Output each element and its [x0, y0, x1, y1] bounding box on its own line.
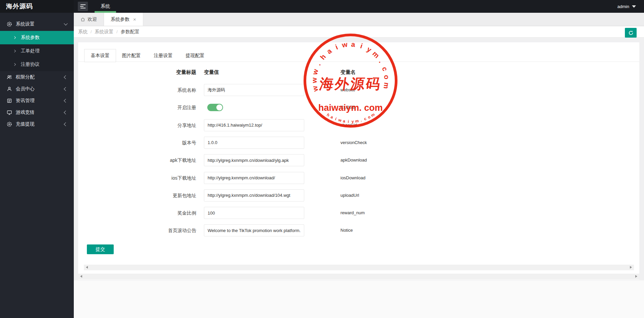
sidebar-item-6[interactable]: 充值提现 [0, 118, 74, 130]
field-label: 开启注册 [78, 101, 196, 113]
user-menu[interactable]: admin [618, 0, 636, 13]
breadcrumb-separator: / [91, 30, 92, 34]
form-row: ios下载地址iosDownload [78, 172, 481, 184]
form-row: 开启注册CLOSE [78, 101, 481, 113]
breadcrumb: 系统/系统设置/参数配置 [78, 26, 140, 38]
outer-horizontal-scrollbar[interactable] [78, 274, 639, 279]
refresh-button[interactable] [625, 28, 637, 38]
page-tab-label: 欢迎 [88, 16, 97, 22]
page-tabstrip: 欢迎系统参数× [74, 13, 644, 26]
variable-name: versionCheck [340, 137, 367, 149]
sidebar-subitem-系统参数[interactable]: 系统参数 [0, 31, 74, 44]
sidebar-item-label: 充值提现 [16, 121, 35, 127]
username: admin [618, 4, 629, 9]
settings-tab-基本设置[interactable]: 基本设置 [84, 49, 116, 62]
field-input-iosDownload[interactable] [204, 172, 304, 184]
field-label: 系统名称 [78, 84, 196, 96]
collapse-menu-button[interactable] [78, 2, 88, 11]
sidebar-item-label: 资讯管理 [16, 98, 35, 104]
close-icon[interactable]: × [133, 17, 136, 22]
scroll-left-arrow-icon[interactable] [80, 275, 82, 278]
chevron-right-icon [13, 50, 16, 52]
sidebar-subitem-工单处理[interactable]: 工单处理 [0, 44, 74, 58]
sidebar-subitem-label: 工单处理 [21, 48, 40, 54]
settings-tab-图片配置[interactable]: 图片配置 [115, 49, 147, 62]
variable-name: CLOSE [340, 101, 355, 113]
field-input-apkDownload[interactable] [204, 154, 304, 166]
chevron-right-icon [13, 63, 16, 66]
field-label: 分享地址 [78, 119, 196, 131]
variable-name: iosDownload [340, 172, 365, 184]
breadcrumb-separator: / [116, 30, 117, 34]
field-input-shareUrl[interactable] [204, 119, 304, 131]
menu-bars-icon [80, 6, 84, 7]
sidebar-item-label: 权限分配 [16, 74, 35, 80]
app-logo: 海外源码 [0, 0, 74, 13]
sidebar-item-label: 游戏竞猜 [16, 109, 35, 116]
chevron-left-icon [64, 75, 67, 79]
scroll-right-arrow-icon[interactable] [635, 275, 637, 278]
breadcrumb-part[interactable]: 系统设置 [95, 29, 113, 35]
form-row: 奖金比例reward_num [78, 207, 481, 219]
sidebar-item-label: 会员中心 [16, 86, 35, 92]
home-icon [80, 17, 85, 22]
sidebar-subitem-注册协议[interactable]: 注册协议 [0, 58, 74, 71]
chevron-left-icon [64, 122, 67, 126]
sidebar-subitem-label: 注册协议 [21, 61, 40, 67]
field-input-versionCheck[interactable] [204, 137, 304, 149]
sidebar-item-1[interactable]: 系统设置 [0, 17, 74, 31]
settings-tab-注册设置[interactable]: 注册设置 [147, 49, 179, 62]
variable-name: apkDownload [340, 154, 367, 166]
content-card: 基本设置图片配置注册设置提现配置 变量标题 变量值 变量名 系统名称websit… [78, 42, 639, 280]
user-icon [7, 86, 12, 92]
field-label: 版本号 [78, 137, 196, 149]
inner-horizontal-scrollbar[interactable] [84, 265, 634, 270]
field-input-website[interactable] [204, 84, 304, 96]
form-row: 版本号versionCheck [78, 137, 481, 149]
field-input-Notice[interactable] [204, 224, 304, 236]
chevron-left-icon [64, 99, 67, 102]
field-label: apk下载地址 [78, 154, 196, 166]
page-tab-1[interactable]: 欢迎 [74, 13, 104, 26]
gear-icon [7, 21, 12, 27]
settings-tabs: 基本设置图片配置注册设置提现配置 [78, 42, 639, 62]
form-row: 系统名称website [78, 84, 481, 96]
recharge-icon [7, 122, 12, 127]
submit-button[interactable]: 提交 [87, 244, 114, 254]
breadcrumb-part[interactable]: 系统 [78, 29, 88, 35]
chevron-left-icon [64, 87, 67, 91]
breadcrumb-bar: 系统/系统设置/参数配置 [74, 26, 644, 38]
scroll-left-arrow-icon[interactable] [86, 266, 88, 269]
sidebar-item-label: 系统设置 [16, 21, 35, 27]
admin-app: 海外源码 系统设置系统参数工单处理注册协议权限分配会员中心资讯管理游戏竞猜充值提… [0, 0, 644, 318]
sidebar-item-4[interactable]: 资讯管理 [0, 95, 74, 106]
chevron-left-icon [64, 110, 67, 114]
news-icon [7, 98, 12, 103]
scroll-right-arrow-icon[interactable] [630, 266, 632, 269]
menu-bars-icon [80, 8, 86, 8]
toggle-knob [216, 104, 222, 110]
form-row: 首页滚动公告Notice [78, 224, 481, 236]
column-header-value: 变量值 [204, 69, 219, 76]
page-tab-2[interactable]: 系统参数× [104, 13, 143, 26]
sidebar-subitem-label: 系统参数 [21, 35, 40, 41]
sidebar-item-5[interactable]: 游戏竞猜 [0, 106, 74, 118]
variable-name: website [340, 84, 355, 96]
field-input-reward_num[interactable] [204, 207, 304, 219]
field-label: 奖金比例 [78, 207, 196, 219]
field-label: 首页滚动公告 [78, 224, 196, 236]
menu-bars-icon [80, 4, 86, 5]
field-input-uploadUrl[interactable] [204, 189, 304, 201]
variable-name: reward_num [340, 207, 365, 219]
variable-name: uploadUrl [340, 189, 359, 201]
sidebar-item-3[interactable]: 会员中心 [0, 83, 74, 95]
breadcrumb-part: 参数配置 [121, 29, 140, 35]
topbar: 系统 admin [74, 0, 644, 13]
form-row: 更新包地址uploadUrl [78, 189, 481, 201]
register-toggle[interactable] [207, 104, 223, 111]
sidebar-item-2[interactable]: 权限分配 [0, 71, 74, 83]
settings-tab-提现配置[interactable]: 提现配置 [179, 49, 211, 62]
sidebar-menu: 系统设置系统参数工单处理注册协议权限分配会员中心资讯管理游戏竞猜充值提现 [0, 13, 74, 130]
page-tab-label: 系统参数 [111, 16, 129, 22]
sidebar: 海外源码 系统设置系统参数工单处理注册协议权限分配会员中心资讯管理游戏竞猜充值提… [0, 0, 74, 318]
